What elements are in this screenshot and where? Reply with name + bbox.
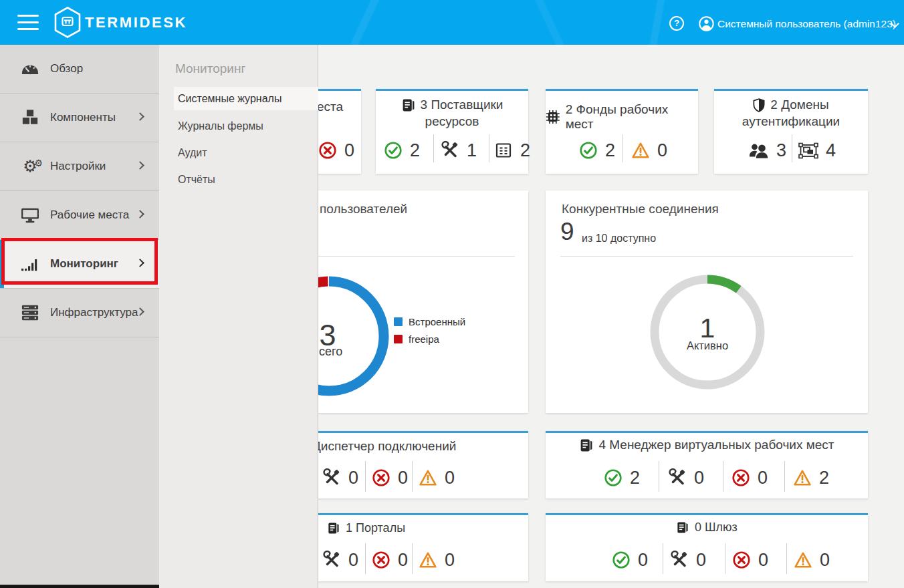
submenu-item-reports[interactable]: Отчёты	[159, 168, 318, 192]
tools-icon	[322, 551, 341, 569]
hamburger-menu-icon[interactable]	[17, 15, 39, 31]
card-title-line1: 3 Поставщики	[421, 98, 503, 112]
chevron-right-icon	[136, 161, 144, 170]
tools-icon	[441, 141, 459, 160]
connections-subtitle: из 10 доступно	[582, 233, 656, 245]
gears-icon: ⚙⚙	[19, 158, 41, 175]
x-circle-icon	[372, 468, 390, 487]
sidebar-item-label: Инфраструктура	[50, 306, 138, 319]
stat-value: 4	[826, 140, 836, 161]
stat-divider	[786, 543, 787, 574]
stat-value: 0	[694, 468, 704, 488]
submenu-item-system-logs[interactable]: Системные журналы	[174, 87, 318, 110]
stat-ok: 2	[384, 140, 420, 161]
check-circle-icon	[579, 141, 598, 160]
card-title-line1: 2 Домены	[770, 98, 828, 112]
journal-icon	[327, 522, 340, 535]
stat-divider	[784, 461, 785, 492]
stat-value: 2	[520, 140, 530, 161]
stat-divider	[659, 461, 659, 492]
monitor-icon	[19, 206, 41, 224]
stat-value: 2	[410, 140, 420, 161]
sidebar-item-workplaces[interactable]: Рабочие места	[0, 191, 159, 240]
logo-wordmark: TERMIDESK	[85, 14, 187, 31]
submenu-item-audit[interactable]: Аудит	[159, 141, 318, 165]
check-circle-icon	[612, 551, 631, 569]
sidebar-item-label: Компоненты	[50, 111, 116, 124]
chevron-right-icon	[136, 112, 144, 121]
user-menu-label[interactable]: Системный пользователь (admin123)	[717, 18, 896, 30]
submenu-item-farm-logs[interactable]: Журналы фермы	[159, 114, 318, 138]
warning-icon	[419, 551, 437, 569]
doughnut-center-label: Активно	[678, 339, 737, 352]
sidebar-item-overview[interactable]: Обзор	[0, 45, 159, 94]
card-title: 0 Шлюз	[546, 521, 868, 535]
card-title: 2 Фонды рабочих мест	[546, 102, 698, 132]
stat-maintenance: 0	[322, 549, 358, 571]
card-title: 3 Поставщики ресурсов	[376, 98, 528, 129]
stat-value: 0	[657, 140, 667, 161]
stat-value: 3	[776, 140, 786, 161]
stat-value: 0	[638, 550, 648, 571]
sidebar-item-components[interactable]: Компоненты	[0, 94, 159, 142]
legend-label: freeipa	[409, 333, 439, 345]
stat-divider	[489, 134, 489, 162]
warning-icon	[419, 468, 437, 487]
sidebar-item-monitoring[interactable]: Мониторинг	[0, 240, 159, 289]
stat-warning: 0	[419, 467, 455, 488]
users-icon	[748, 142, 769, 160]
stat-divider	[792, 134, 792, 162]
stat-value: 2	[605, 140, 615, 161]
warning-icon	[794, 551, 812, 569]
stat-value: 2	[630, 468, 640, 488]
stat-divider	[723, 461, 723, 492]
stat-ok: 2	[579, 140, 615, 161]
warning-icon	[631, 141, 650, 160]
warning-icon	[793, 468, 812, 487]
sidebar-item-label: Рабочие места	[50, 208, 129, 222]
stat-value: 0	[696, 550, 706, 571]
stat-divider	[412, 461, 413, 492]
card-title-line2: ресурсов	[376, 114, 528, 129]
card-title: Диспетчер подключений	[312, 439, 456, 454]
shield-icon	[753, 98, 765, 112]
sidebar-item-infrastructure[interactable]: Инфраструктура	[0, 289, 159, 337]
cubes-icon	[19, 109, 41, 126]
connections-available-value: 9	[560, 218, 574, 246]
stat-divider	[412, 543, 413, 574]
flyout-header: Мониторинг	[175, 61, 245, 76]
chevron-right-icon	[136, 259, 144, 267]
stat-groups: 4	[798, 140, 836, 161]
stat-error: 0	[731, 467, 768, 488]
card-divider	[560, 256, 853, 257]
sidebar: Обзор Компоненты ⚙⚙ Настройки Рабочие ме…	[0, 45, 159, 588]
x-circle-icon	[318, 141, 337, 160]
stat-divider	[433, 134, 434, 162]
journal-icon	[401, 98, 415, 112]
card-title-text: 2 Фонды рабочих мест	[566, 102, 698, 132]
stat-divider	[365, 461, 366, 492]
help-icon[interactable]: ?	[669, 16, 684, 31]
stat-divider	[623, 134, 623, 162]
stat-other: 2	[494, 140, 530, 161]
stat-maintenance: 0	[322, 467, 358, 488]
sidebar-bottom-strip	[0, 585, 159, 588]
object-group-icon	[798, 142, 818, 159]
stat-value: 1	[467, 140, 477, 161]
journal-icon	[676, 521, 689, 534]
journal-icon	[579, 438, 593, 452]
chart-title: Конкурентные соединения	[562, 202, 719, 216]
chevron-right-icon	[136, 210, 144, 218]
sidebar-item-settings[interactable]: ⚙⚙ Настройки	[0, 142, 159, 191]
gauge-icon	[19, 60, 41, 78]
x-circle-icon	[372, 551, 390, 569]
x-circle-icon	[732, 551, 751, 569]
active-item-stripe	[0, 240, 4, 288]
chart-legend: Встроенный freeipa	[394, 316, 465, 351]
stat-value: 0	[398, 468, 408, 488]
stat-warning: 0	[419, 549, 455, 571]
user-avatar-icon[interactable]	[699, 16, 714, 31]
stat-value: 2	[819, 468, 829, 488]
legend-label: Встроенный	[409, 316, 465, 327]
stat-divider	[725, 543, 725, 574]
